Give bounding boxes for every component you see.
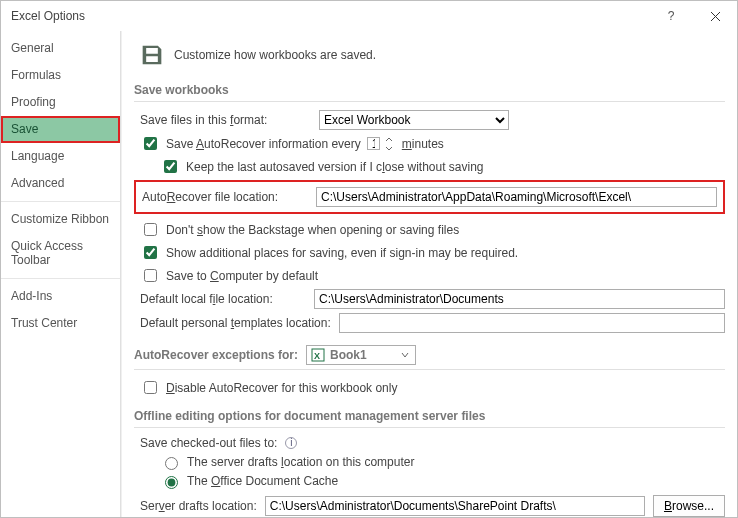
sidebar-item-advanced[interactable]: Advanced xyxy=(1,170,120,197)
radio-server-drafts-label[interactable]: The server drafts location on this compu… xyxy=(187,455,414,469)
save-computer-label[interactable]: Save to Computer by default xyxy=(166,269,318,283)
save-format-row: Save files in this format: Excel Workboo… xyxy=(140,110,725,130)
default-local-input[interactable] xyxy=(314,289,725,309)
sidebar-item-add-ins[interactable]: Add-Ins xyxy=(1,283,120,310)
autorecover-location-input[interactable] xyxy=(316,187,717,207)
sidebar-item-quick-access-toolbar[interactable]: Quick Access Toolbar xyxy=(1,233,120,274)
sidebar-separator xyxy=(1,201,120,202)
autorecover-check-row: Save AutoRecover information every minut… xyxy=(140,134,725,153)
backstage-check-row: Don't show the Backstage when opening or… xyxy=(140,220,725,239)
sidebar-item-save[interactable]: Save xyxy=(1,116,120,143)
window-title: Excel Options xyxy=(11,9,649,23)
backstage-checkbox[interactable] xyxy=(144,223,157,236)
save-icon xyxy=(138,41,166,69)
autorecover-checkbox[interactable] xyxy=(144,137,157,150)
sidebar-item-formulas[interactable]: Formulas xyxy=(1,62,120,89)
autorecover-label[interactable]: Save AutoRecover information every xyxy=(166,137,361,151)
spinner-up-icon[interactable] xyxy=(382,135,396,144)
keep-last-label[interactable]: Keep the last autosaved version if I clo… xyxy=(186,160,484,174)
radio-office-cache-label[interactable]: The Office Document Cache xyxy=(187,474,338,488)
workbook-name: Book1 xyxy=(330,348,367,362)
help-button[interactable]: ? xyxy=(649,1,693,31)
close-icon xyxy=(710,11,721,22)
minutes-label: minutes xyxy=(402,137,444,151)
additional-places-check-row: Show additional places for saving, even … xyxy=(140,243,725,262)
section-save-workbooks: Save workbooks xyxy=(134,77,725,102)
save-computer-checkbox[interactable] xyxy=(144,269,157,282)
sidebar-item-trust-center[interactable]: Trust Center xyxy=(1,310,120,337)
disable-autorecover-label[interactable]: Disable AutoRecover for this workbook on… xyxy=(166,381,397,395)
sidebar-item-proofing[interactable]: Proofing xyxy=(1,89,120,116)
autorecover-location-label: AutoRecover file location: xyxy=(142,190,310,204)
save-checked-out-row: Save checked-out files to:i xyxy=(140,436,725,450)
server-drafts-label: Server drafts location: xyxy=(140,499,257,513)
additional-places-checkbox[interactable] xyxy=(144,246,157,259)
server-drafts-input[interactable] xyxy=(265,496,645,516)
svg-text:X: X xyxy=(314,351,320,361)
intro-row: Customize how workbooks are saved. xyxy=(138,41,725,69)
sidebar-separator xyxy=(1,278,120,279)
server-drafts-row: Server drafts location: Browse... xyxy=(140,495,725,517)
additional-places-label[interactable]: Show additional places for saving, even … xyxy=(166,246,518,260)
save-format-select[interactable]: Excel Workbook xyxy=(319,110,509,130)
disable-autorecover-checkbox[interactable] xyxy=(144,381,157,394)
workbook-combo[interactable]: X Book1 xyxy=(306,345,416,365)
sidebar-item-language[interactable]: Language xyxy=(1,143,120,170)
default-local-row: Default local file location: xyxy=(140,289,725,309)
default-templates-input[interactable] xyxy=(339,313,725,333)
sidebar-item-general[interactable]: General xyxy=(1,35,120,62)
excel-options-window: Excel Options ? GeneralFormulasProofingS… xyxy=(0,0,738,518)
info-icon[interactable]: i xyxy=(285,437,297,449)
spinner-down-icon[interactable] xyxy=(382,144,396,153)
disable-autorecover-check-row: Disable AutoRecover for this workbook on… xyxy=(140,378,725,397)
titlebar: Excel Options ? xyxy=(1,1,737,31)
chevron-down-icon xyxy=(399,349,411,364)
sidebar: GeneralFormulasProofingSaveLanguageAdvan… xyxy=(1,31,121,517)
svg-rect-0 xyxy=(153,49,155,53)
radio-server-drafts[interactable] xyxy=(165,457,178,470)
default-templates-row: Default personal templates location: xyxy=(140,313,725,333)
section-offline-editing: Offline editing options for document man… xyxy=(134,403,725,428)
checked-out-radio-group: The server drafts location on this compu… xyxy=(160,454,725,489)
save-checked-out-label: Save checked-out files to: xyxy=(140,436,277,450)
excel-file-icon: X xyxy=(311,348,325,362)
sidebar-item-customize-ribbon[interactable]: Customize Ribbon xyxy=(1,206,120,233)
section-autorecover-exceptions: AutoRecover exceptions for: X Book1 xyxy=(134,339,725,370)
default-templates-label: Default personal templates location: xyxy=(140,316,331,330)
autorecover-location-row: AutoRecover file location: xyxy=(134,180,725,214)
radio-office-cache[interactable] xyxy=(165,476,178,489)
keep-last-check-row: Keep the last autosaved version if I clo… xyxy=(160,157,725,176)
save-format-label: Save files in this format: xyxy=(140,113,267,127)
browse-button[interactable]: Browse... xyxy=(653,495,725,517)
backstage-label[interactable]: Don't show the Backstage when opening or… xyxy=(166,223,459,237)
close-button[interactable] xyxy=(693,1,737,31)
autorecover-minutes-input[interactable] xyxy=(367,137,380,150)
default-local-label: Default local file location: xyxy=(140,292,308,306)
save-computer-check-row: Save to Computer by default xyxy=(140,266,725,285)
keep-last-checkbox[interactable] xyxy=(164,160,177,173)
intro-text: Customize how workbooks are saved. xyxy=(174,48,376,62)
content-pane: Customize how workbooks are saved. Save … xyxy=(121,31,737,517)
